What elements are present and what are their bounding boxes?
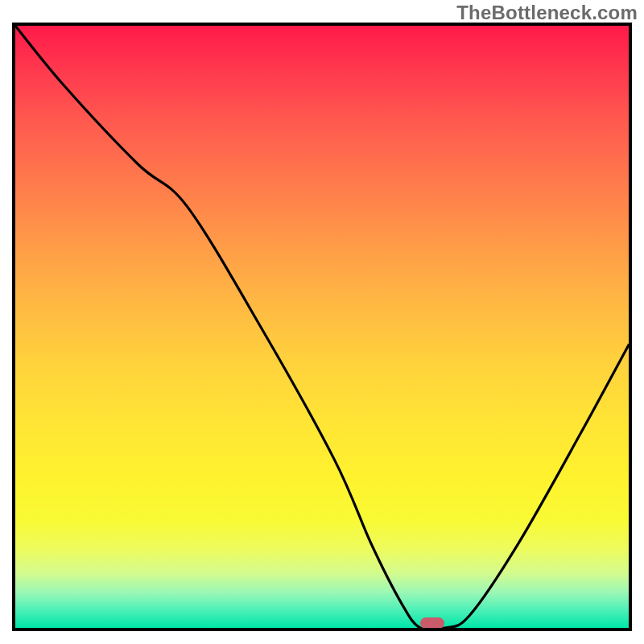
optimal-marker — [420, 617, 444, 629]
bottleneck-curve-path — [15, 26, 629, 628]
curve-svg — [15, 26, 629, 628]
watermark-text: TheBottleneck.com — [456, 2, 638, 24]
plot-frame — [12, 23, 632, 631]
chart-container: TheBottleneck.com — [0, 0, 644, 644]
